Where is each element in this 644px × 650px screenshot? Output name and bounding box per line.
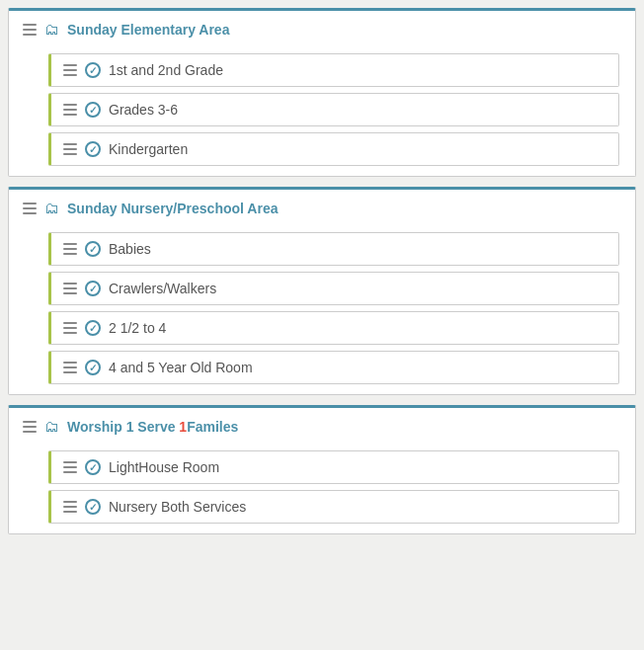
check-circle-icon: ✓ [85,141,101,157]
check-circle-icon: ✓ [85,459,101,475]
hamburger-icon [63,362,77,373]
child-card-4-5-year[interactable]: ✓4 and 5 Year Old Room [48,351,619,384]
child-card-2half-4[interactable]: ✓2 1/2 to 4 [48,311,619,345]
group-children-sunday-nursery: ✓Babies✓Crawlers/Walkers✓2 1/2 to 4✓4 an… [9,226,635,394]
group-header-sunday-nursery[interactable]: 🗂Sunday Nursery/Preschool Area [9,190,635,226]
check-circle-icon: ✓ [85,62,101,78]
check-circle-icon: ✓ [85,499,101,515]
child-label: Crawlers/Walkers [109,281,216,296]
child-card-kindergarten[interactable]: ✓Kindergarten [48,132,619,166]
check-circle-icon: ✓ [85,241,101,257]
child-card-babies[interactable]: ✓Babies [48,232,619,266]
check-circle-icon: ✓ [85,320,101,336]
folder-icon: 🗂 [44,21,59,38]
child-card-1st-2nd[interactable]: ✓1st and 2nd Grade [48,53,619,87]
group-header-worship1[interactable]: 🗂Worship 1 Serve 1Familes [9,408,635,445]
check-circle-icon: ✓ [85,281,101,296]
child-label: Kindergarten [109,141,188,157]
child-label: 2 1/2 to 4 [109,320,166,336]
child-label: LightHouse Room [109,459,219,475]
group-header-sunday-elementary[interactable]: 🗂Sunday Elementary Area [9,11,635,47]
hamburger-icon [23,421,37,433]
child-label: Grades 3-6 [109,102,178,118]
hamburger-icon [23,203,37,214]
group-card-sunday-nursery: 🗂Sunday Nursery/Preschool Area✓Babies✓Cr… [8,187,636,395]
hamburger-icon [23,24,37,36]
group-card-sunday-elementary: 🗂Sunday Elementary Area✓1st and 2nd Grad… [8,8,636,177]
child-label: 1st and 2nd Grade [109,62,223,78]
child-label: Babies [109,241,151,257]
group-children-worship1: ✓LightHouse Room✓Nursery Both Services [9,445,635,533]
child-label: Nursery Both Services [109,499,246,515]
group-children-sunday-elementary: ✓1st and 2nd Grade✓Grades 3-6✓Kindergart… [9,47,635,176]
child-card-crawlers[interactable]: ✓Crawlers/Walkers [48,272,619,305]
child-label: 4 and 5 Year Old Room [109,360,253,375]
hamburger-icon [63,243,77,255]
group-title: Sunday Nursery/Preschool Area [67,201,278,216]
hamburger-icon [63,104,77,116]
folder-icon: 🗂 [44,200,59,216]
hamburger-icon [63,143,77,155]
hamburger-icon [23,203,37,214]
hamburger-icon [63,64,77,76]
check-circle-icon: ✓ [85,360,101,375]
group-card-worship1: 🗂Worship 1 Serve 1Familes✓LightHouse Roo… [8,405,636,534]
folder-icon: 🗂 [44,418,59,435]
child-card-nursery-both[interactable]: ✓Nursery Both Services [48,490,619,524]
hamburger-icon [23,421,37,433]
group-title: Sunday Elementary Area [67,22,229,38]
hamburger-icon [23,24,37,36]
highlight-text: 1 [179,419,187,435]
hamburger-icon [63,461,77,473]
group-title: Worship 1 Serve 1Familes [67,419,238,435]
hamburger-icon [63,283,77,294]
check-circle-icon: ✓ [85,102,101,118]
child-card-lighthouse[interactable]: ✓LightHouse Room [48,450,619,484]
child-card-grades-3-6[interactable]: ✓Grades 3-6 [48,93,619,126]
hamburger-icon [63,501,77,513]
hamburger-icon [63,322,77,334]
